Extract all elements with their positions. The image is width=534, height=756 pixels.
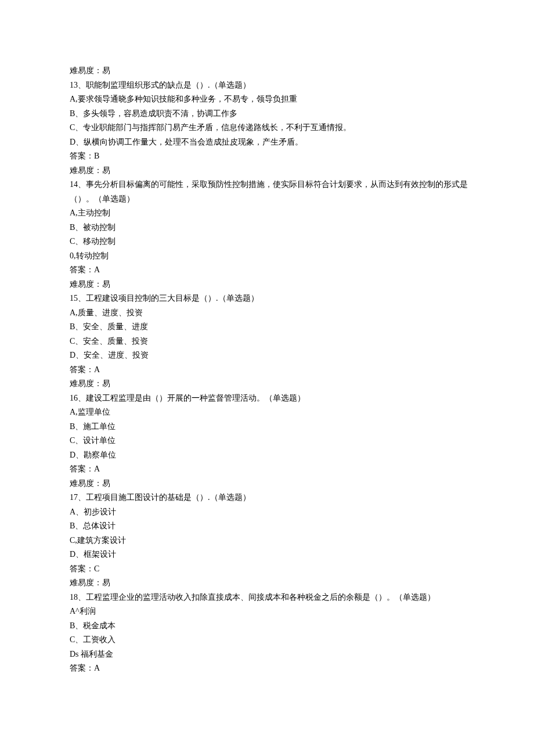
- option-line: D、框架设计: [70, 548, 470, 562]
- option-line: A,质量、进度、投资: [70, 306, 470, 321]
- option-line: A,监理单位: [70, 405, 470, 420]
- option-line: B、总体设计: [70, 519, 470, 534]
- text-line: 难易度：易: [70, 64, 470, 78]
- option-line: B、多头领导，容易造成职责不清，协调工作多: [70, 107, 470, 121]
- option-line: Ds 福利基金: [70, 647, 470, 662]
- question-line: 13、职能制监理组织形式的缺点是（）.（单选题）: [70, 78, 470, 93]
- option-line: B、施工单位: [70, 420, 470, 434]
- option-line: 0,转动控制: [70, 249, 470, 264]
- answer-line: 答案：A: [70, 661, 470, 676]
- text-line: 难易度：易: [70, 377, 470, 391]
- option-line: A,要求领导通晓多种知识技能和多种业务，不易专，领导负担重: [70, 92, 470, 107]
- option-line: A^利润: [70, 604, 470, 619]
- answer-line: 答案：B: [70, 149, 470, 164]
- answer-line: 答案：A: [70, 263, 470, 278]
- answer-line: 答案：A: [70, 363, 470, 377]
- document-page: 难易度：易 13、职能制监理组织形式的缺点是（）.（单选题） A,要求领导通晓多…: [0, 0, 534, 705]
- option-line: B、税金成本: [70, 619, 470, 633]
- option-line: C、专业职能部门与指挥部门易产生矛盾，信息传递路线长，不利于互通情报。: [70, 121, 470, 135]
- answer-line: 答案：A: [70, 462, 470, 477]
- text-line: 难易度：易: [70, 576, 470, 591]
- question-line: 14、事先分析目标偏离的可能性，采取预防性控制措施，使实际目标符合计划要求，从而…: [70, 178, 470, 206]
- question-line: 18、工程监理企业的监理活动收入扣除直接成本、间接成本和各种税金之后的余额是（）…: [70, 591, 470, 605]
- option-line: C,建筑方案设计: [70, 534, 470, 548]
- option-line: D、勘察单位: [70, 448, 470, 463]
- question-line: 16、建设工程监理是由（）开展的一种监督管理活动。（单选题）: [70, 391, 470, 406]
- option-line: C、设计单位: [70, 434, 470, 448]
- answer-line: 答案：C: [70, 562, 470, 577]
- text-line: 难易度：易: [70, 477, 470, 491]
- question-line: 15、工程建设项目控制的三大目标是（）.（单选题）: [70, 291, 470, 306]
- option-line: B、被动控制: [70, 221, 470, 235]
- option-line: C、工资收入: [70, 633, 470, 647]
- option-line: C、安全、质量、投资: [70, 334, 470, 349]
- option-line: A,主动控制: [70, 206, 470, 221]
- option-line: C、移动控制: [70, 235, 470, 249]
- text-line: 难易度：易: [70, 164, 470, 178]
- option-line: A、初步设计: [70, 505, 470, 520]
- option-line: B、安全、质量、进度: [70, 320, 470, 334]
- question-line: 17、工程项目施工图设计的基础是（）.（单选题）: [70, 491, 470, 505]
- text-line: 难易度：易: [70, 278, 470, 292]
- option-line: D、纵横向协调工作量大，处理不当会造成扯皮现象，产生矛盾。: [70, 135, 470, 150]
- option-line: D、安全、进度、投资: [70, 348, 470, 363]
